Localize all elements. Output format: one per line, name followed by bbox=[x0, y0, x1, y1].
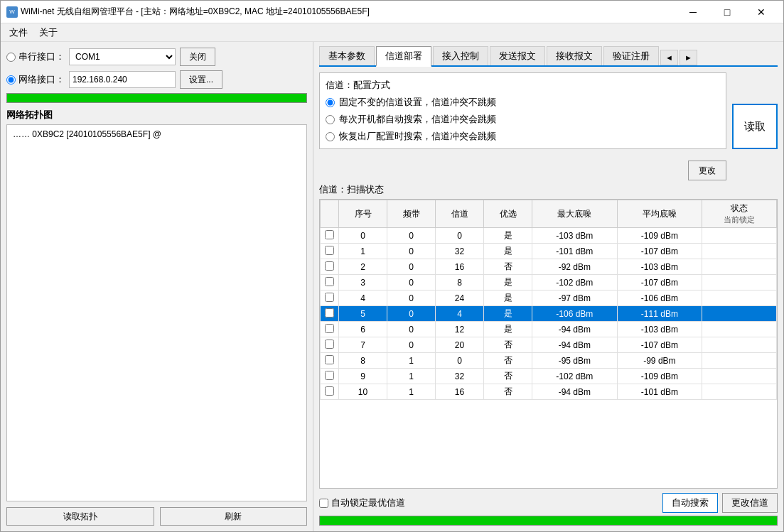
menu-file[interactable]: 文件 bbox=[4, 25, 33, 40]
refresh-button[interactable]: 刷新 bbox=[160, 507, 308, 526]
left-bottom-buttons: 读取拓扑 刷新 bbox=[6, 507, 307, 526]
network-radio-label[interactable]: 网络接口： bbox=[6, 73, 65, 86]
network-label: 网络接口： bbox=[18, 73, 65, 86]
tab-access-control[interactable]: 接入控制 bbox=[433, 46, 488, 65]
scan-table: 序号 频带 信道 优选 最大底噪 平均底噪 状态 当前锁定 bbox=[320, 200, 777, 400]
bottom-bar: 自动锁定最优信道 自动搜索 更改信道 bbox=[319, 493, 778, 513]
network-radio[interactable] bbox=[6, 75, 16, 85]
auto-lock-label[interactable]: 自动锁定最优信道 bbox=[319, 496, 405, 509]
col-checkbox bbox=[321, 200, 339, 228]
tree-node-main[interactable]: …… 0XB9C2 [24010105556BAE5F] @ bbox=[10, 128, 304, 141]
serial-radio[interactable] bbox=[6, 53, 16, 62]
serial-port-row: 串行接口： COM1 关闭 bbox=[6, 48, 307, 66]
row-preferred: 是 bbox=[484, 244, 532, 259]
config-option-0[interactable]: 固定不变的信道设置，信道冲突不跳频 bbox=[326, 96, 720, 109]
table-row[interactable]: 4 0 24 是 -97 dBm -106 dBm bbox=[321, 291, 777, 306]
row-checkbox[interactable] bbox=[325, 355, 334, 364]
row-band: 1 bbox=[387, 384, 436, 400]
row-preferred: 否 bbox=[484, 369, 532, 384]
row-maxnoise: -101 dBm bbox=[532, 244, 618, 259]
change-channel-button[interactable]: 更改信道 bbox=[722, 493, 778, 513]
table-row[interactable]: 2 0 16 否 -92 dBm -103 dBm bbox=[321, 259, 777, 275]
tab-recv-message[interactable]: 接收报文 bbox=[547, 46, 602, 65]
row-checkbox[interactable] bbox=[325, 230, 334, 239]
restore-button[interactable]: □ bbox=[711, 2, 743, 22]
tab-send-message[interactable]: 发送报文 bbox=[490, 46, 545, 65]
network-input[interactable]: 192.168.0.240 bbox=[69, 71, 176, 88]
config-radio-1[interactable] bbox=[326, 115, 335, 124]
config-section-title: 信道：配置方式 bbox=[326, 79, 720, 92]
row-checkbox-cell bbox=[321, 259, 339, 275]
row-checkbox[interactable] bbox=[325, 308, 334, 317]
row-checkbox-cell bbox=[321, 369, 339, 384]
tab-channel-deploy[interactable]: 信道部署 bbox=[376, 46, 431, 67]
table-row[interactable]: 1 0 32 是 -101 dBm -107 dBm bbox=[321, 244, 777, 259]
row-maxnoise: -94 dBm bbox=[532, 337, 618, 353]
window-title: WiMi-net 无线自组网管理平台 - [主站：网络地址=0XB9C2, MA… bbox=[21, 6, 370, 18]
config-options: 固定不变的信道设置，信道冲突不跳频 每次开机都自动搜索，信道冲突会跳频 恢复出厂… bbox=[326, 96, 720, 143]
auto-lock-text: 自动锁定最优信道 bbox=[331, 496, 405, 509]
row-idx: 1 bbox=[339, 244, 387, 259]
config-radio-2[interactable] bbox=[326, 132, 335, 141]
table-row[interactable]: 9 1 32 否 -102 dBm -109 dBm bbox=[321, 369, 777, 384]
table-row[interactable]: 8 1 0 否 -95 dBm -99 dBm bbox=[321, 353, 777, 369]
row-channel: 0 bbox=[436, 353, 484, 369]
row-status bbox=[702, 369, 777, 384]
settings-button[interactable]: 设置... bbox=[180, 70, 222, 89]
table-row[interactable]: 7 0 20 否 -94 dBm -107 dBm bbox=[321, 337, 777, 353]
row-checkbox[interactable] bbox=[325, 386, 334, 396]
row-channel: 8 bbox=[436, 275, 484, 291]
row-checkbox[interactable] bbox=[325, 246, 334, 255]
config-option-1[interactable]: 每次开机都自动搜索，信道冲突会跳频 bbox=[326, 113, 720, 126]
row-band: 0 bbox=[387, 275, 436, 291]
row-checkbox[interactable] bbox=[325, 277, 334, 286]
row-checkbox[interactable] bbox=[325, 261, 334, 271]
main-window: W WiMi-net 无线自组网管理平台 - [主站：网络地址=0XB9C2, … bbox=[0, 0, 784, 532]
close-serial-button[interactable]: 关闭 bbox=[180, 48, 215, 66]
serial-select[interactable]: COM1 bbox=[69, 48, 176, 65]
row-channel: 12 bbox=[436, 322, 484, 337]
config-radio-0[interactable] bbox=[326, 98, 335, 107]
channel-config-section: 信道：配置方式 固定不变的信道设置，信道冲突不跳频 每次开机都自动搜索，信道冲突… bbox=[319, 72, 726, 149]
config-option-2[interactable]: 恢复出厂配置时搜索，信道冲突会跳频 bbox=[326, 130, 720, 143]
table-row[interactable]: 0 0 0 是 -103 dBm -109 dBm bbox=[321, 228, 777, 244]
close-button[interactable]: ✕ bbox=[745, 2, 778, 22]
row-band: 0 bbox=[387, 337, 436, 353]
serial-radio-label[interactable]: 串行接口： bbox=[6, 50, 65, 63]
auto-search-button[interactable]: 自动搜索 bbox=[662, 493, 718, 513]
tab-verify-register[interactable]: 验证注册 bbox=[603, 46, 659, 65]
menu-about[interactable]: 关于 bbox=[33, 25, 63, 40]
row-idx: 5 bbox=[339, 306, 387, 322]
row-avgnoise: -106 dBm bbox=[617, 291, 702, 306]
row-avgnoise: -103 dBm bbox=[617, 259, 702, 275]
row-avgnoise: -107 dBm bbox=[617, 244, 702, 259]
table-row[interactable]: 5 0 4 是 -106 dBm -111 dBm bbox=[321, 306, 777, 322]
network-tree[interactable]: …… 0XB9C2 [24010105556BAE5F] @ bbox=[6, 124, 307, 501]
row-checkbox[interactable] bbox=[325, 324, 334, 333]
row-preferred: 是 bbox=[484, 228, 532, 244]
row-band: 1 bbox=[387, 353, 436, 369]
row-preferred: 是 bbox=[484, 275, 532, 291]
tab-prev-arrow[interactable]: ◄ bbox=[660, 50, 678, 65]
scan-table-container[interactable]: 序号 频带 信道 优选 最大底噪 平均底噪 状态 当前锁定 bbox=[319, 199, 778, 489]
title-bar-left: W WiMi-net 无线自组网管理平台 - [主站：网络地址=0XB9C2, … bbox=[6, 6, 370, 18]
read-button[interactable]: 读取 bbox=[732, 104, 778, 149]
auto-lock-checkbox[interactable] bbox=[319, 499, 328, 508]
row-preferred: 否 bbox=[484, 353, 532, 369]
row-checkbox-cell bbox=[321, 353, 339, 369]
read-topo-button[interactable]: 读取拓扑 bbox=[6, 507, 154, 526]
tab-basic-params[interactable]: 基本参数 bbox=[319, 46, 375, 65]
row-channel: 24 bbox=[436, 291, 484, 306]
table-row[interactable]: 3 0 8 是 -102 dBm -107 dBm bbox=[321, 275, 777, 291]
row-idx: 10 bbox=[339, 384, 387, 400]
table-row[interactable]: 6 0 12 是 -94 dBm -103 dBm bbox=[321, 322, 777, 337]
minimize-button[interactable]: ─ bbox=[677, 2, 709, 22]
row-checkbox[interactable] bbox=[325, 340, 334, 349]
table-row[interactable]: 10 1 16 否 -94 dBm -101 dBm bbox=[321, 384, 777, 400]
row-channel: 32 bbox=[436, 244, 484, 259]
row-checkbox[interactable] bbox=[325, 293, 334, 302]
row-checkbox[interactable] bbox=[325, 371, 334, 380]
row-preferred: 否 bbox=[484, 259, 532, 275]
tab-next-arrow[interactable]: ► bbox=[680, 50, 697, 65]
change-button[interactable]: 更改 bbox=[688, 161, 726, 180]
